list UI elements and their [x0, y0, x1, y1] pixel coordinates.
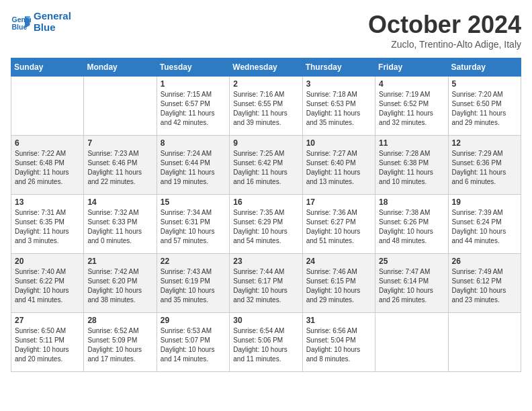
day-info: Sunrise: 7:31 AM Sunset: 6:35 PM Dayligh…	[15, 208, 80, 246]
calendar-cell: 20Sunrise: 7:40 AM Sunset: 6:22 PM Dayli…	[11, 254, 84, 313]
header-cell-sunday: Sunday	[11, 58, 84, 77]
svg-text:Blue: Blue	[12, 22, 28, 30]
calendar-cell: 28Sunrise: 6:52 AM Sunset: 5:09 PM Dayli…	[84, 313, 157, 372]
day-number: 30	[233, 316, 298, 325]
calendar-cell: 15Sunrise: 7:34 AM Sunset: 6:31 PM Dayli…	[157, 195, 229, 254]
day-number: 20	[15, 257, 80, 266]
day-number: 26	[452, 257, 517, 266]
day-number: 1	[161, 79, 226, 89]
calendar-cell: 10Sunrise: 7:27 AM Sunset: 6:40 PM Dayli…	[302, 136, 375, 195]
day-info: Sunrise: 6:56 AM Sunset: 5:04 PM Dayligh…	[306, 326, 371, 364]
day-info: Sunrise: 7:22 AM Sunset: 6:48 PM Dayligh…	[15, 149, 80, 187]
day-info: Sunrise: 7:36 AM Sunset: 6:27 PM Dayligh…	[306, 208, 371, 246]
day-info: Sunrise: 6:50 AM Sunset: 5:11 PM Dayligh…	[15, 326, 80, 364]
day-info: Sunrise: 7:27 AM Sunset: 6:40 PM Dayligh…	[306, 149, 371, 187]
calendar-week-4: 27Sunrise: 6:50 AM Sunset: 5:11 PM Dayli…	[11, 313, 521, 372]
day-number: 3	[306, 79, 371, 89]
day-number: 4	[379, 79, 444, 89]
month-title: October 2024	[368, 11, 521, 39]
day-info: Sunrise: 7:15 AM Sunset: 6:57 PM Dayligh…	[161, 90, 226, 128]
calendar-cell: 7Sunrise: 7:23 AM Sunset: 6:46 PM Daylig…	[84, 136, 157, 195]
calendar-cell: 17Sunrise: 7:36 AM Sunset: 6:27 PM Dayli…	[302, 195, 375, 254]
day-info: Sunrise: 6:52 AM Sunset: 5:09 PM Dayligh…	[87, 326, 152, 364]
calendar-week-2: 13Sunrise: 7:31 AM Sunset: 6:35 PM Dayli…	[11, 195, 521, 254]
calendar-cell: 12Sunrise: 7:29 AM Sunset: 6:36 PM Dayli…	[448, 136, 521, 195]
page-header: General Blue General Blue October 2024 Z…	[11, 11, 521, 50]
day-info: Sunrise: 7:16 AM Sunset: 6:55 PM Dayligh…	[233, 90, 298, 128]
day-info: Sunrise: 7:18 AM Sunset: 6:53 PM Dayligh…	[306, 90, 371, 128]
header-cell-friday: Friday	[375, 58, 448, 77]
calendar-cell: 2Sunrise: 7:16 AM Sunset: 6:55 PM Daylig…	[230, 77, 302, 136]
calendar-cell: 13Sunrise: 7:31 AM Sunset: 6:35 PM Dayli…	[11, 195, 84, 254]
day-info: Sunrise: 7:43 AM Sunset: 6:19 PM Dayligh…	[161, 267, 226, 305]
day-number: 7	[87, 138, 152, 148]
calendar-cell: 14Sunrise: 7:32 AM Sunset: 6:33 PM Dayli…	[84, 195, 157, 254]
day-info: Sunrise: 7:49 AM Sunset: 6:12 PM Dayligh…	[452, 267, 517, 305]
day-info: Sunrise: 7:32 AM Sunset: 6:33 PM Dayligh…	[87, 208, 152, 246]
day-info: Sunrise: 7:35 AM Sunset: 6:29 PM Dayligh…	[233, 208, 298, 246]
day-info: Sunrise: 7:44 AM Sunset: 6:17 PM Dayligh…	[233, 267, 298, 305]
calendar-cell: 31Sunrise: 6:56 AM Sunset: 5:04 PM Dayli…	[302, 313, 375, 372]
calendar-cell	[448, 313, 521, 372]
day-info: Sunrise: 6:54 AM Sunset: 5:06 PM Dayligh…	[233, 326, 298, 364]
day-number: 27	[15, 316, 80, 325]
day-number: 24	[306, 257, 371, 266]
day-number: 10	[306, 138, 371, 148]
calendar-cell: 30Sunrise: 6:54 AM Sunset: 5:06 PM Dayli…	[230, 313, 302, 372]
calendar-cell: 21Sunrise: 7:42 AM Sunset: 6:20 PM Dayli…	[84, 254, 157, 313]
day-number: 29	[161, 316, 226, 325]
calendar-cell: 4Sunrise: 7:19 AM Sunset: 6:52 PM Daylig…	[375, 77, 448, 136]
day-number: 28	[87, 316, 152, 325]
day-info: Sunrise: 7:24 AM Sunset: 6:44 PM Dayligh…	[161, 149, 226, 187]
day-number: 14	[87, 197, 152, 207]
day-info: Sunrise: 7:25 AM Sunset: 6:42 PM Dayligh…	[233, 149, 298, 187]
day-number: 17	[306, 197, 371, 207]
logo-line2: Blue	[34, 22, 71, 34]
day-info: Sunrise: 7:19 AM Sunset: 6:52 PM Dayligh…	[379, 90, 444, 128]
title-block: October 2024 Zuclo, Trentino-Alto Adige,…	[368, 11, 521, 50]
header-cell-wednesday: Wednesday	[230, 58, 302, 77]
day-info: Sunrise: 7:40 AM Sunset: 6:22 PM Dayligh…	[15, 267, 80, 305]
calendar-cell	[375, 313, 448, 372]
calendar-body: 1Sunrise: 7:15 AM Sunset: 6:57 PM Daylig…	[11, 77, 521, 372]
day-number: 9	[233, 138, 298, 148]
header-cell-saturday: Saturday	[448, 58, 521, 77]
calendar-week-1: 6Sunrise: 7:22 AM Sunset: 6:48 PM Daylig…	[11, 136, 521, 195]
day-info: Sunrise: 7:46 AM Sunset: 6:15 PM Dayligh…	[306, 267, 371, 305]
calendar-cell: 29Sunrise: 6:53 AM Sunset: 5:07 PM Dayli…	[157, 313, 229, 372]
calendar-cell: 1Sunrise: 7:15 AM Sunset: 6:57 PM Daylig…	[157, 77, 229, 136]
calendar-cell: 16Sunrise: 7:35 AM Sunset: 6:29 PM Dayli…	[230, 195, 302, 254]
day-number: 19	[452, 197, 517, 207]
calendar-cell: 27Sunrise: 6:50 AM Sunset: 5:11 PM Dayli…	[11, 313, 84, 372]
day-number: 2	[233, 79, 298, 89]
logo: General Blue General Blue	[11, 11, 71, 33]
calendar-table: SundayMondayTuesdayWednesdayThursdayFrid…	[11, 58, 521, 372]
logo-icon: General Blue	[11, 12, 31, 32]
header-cell-tuesday: Tuesday	[157, 58, 229, 77]
day-number: 15	[161, 197, 226, 207]
day-info: Sunrise: 7:23 AM Sunset: 6:46 PM Dayligh…	[87, 149, 152, 187]
calendar-cell: 11Sunrise: 7:28 AM Sunset: 6:38 PM Dayli…	[375, 136, 448, 195]
header-cell-monday: Monday	[84, 58, 157, 77]
day-number: 16	[233, 197, 298, 207]
day-info: Sunrise: 7:38 AM Sunset: 6:26 PM Dayligh…	[379, 208, 444, 246]
day-number: 8	[161, 138, 226, 148]
day-number: 21	[87, 257, 152, 266]
day-number: 12	[452, 138, 517, 148]
day-number: 13	[15, 197, 80, 207]
calendar-cell: 5Sunrise: 7:20 AM Sunset: 6:50 PM Daylig…	[448, 77, 521, 136]
day-number: 18	[379, 197, 444, 207]
calendar-header-row: SundayMondayTuesdayWednesdayThursdayFrid…	[11, 58, 521, 77]
day-number: 6	[15, 138, 80, 148]
day-number: 25	[379, 257, 444, 266]
calendar-week-3: 20Sunrise: 7:40 AM Sunset: 6:22 PM Dayli…	[11, 254, 521, 313]
calendar-cell: 19Sunrise: 7:39 AM Sunset: 6:24 PM Dayli…	[448, 195, 521, 254]
day-number: 31	[306, 316, 371, 325]
day-info: Sunrise: 7:34 AM Sunset: 6:31 PM Dayligh…	[161, 208, 226, 246]
calendar-cell	[11, 77, 84, 136]
day-info: Sunrise: 7:47 AM Sunset: 6:14 PM Dayligh…	[379, 267, 444, 305]
calendar-cell: 24Sunrise: 7:46 AM Sunset: 6:15 PM Dayli…	[302, 254, 375, 313]
calendar-cell: 18Sunrise: 7:38 AM Sunset: 6:26 PM Dayli…	[375, 195, 448, 254]
calendar-cell: 8Sunrise: 7:24 AM Sunset: 6:44 PM Daylig…	[157, 136, 229, 195]
logo-line1: General	[34, 11, 71, 22]
